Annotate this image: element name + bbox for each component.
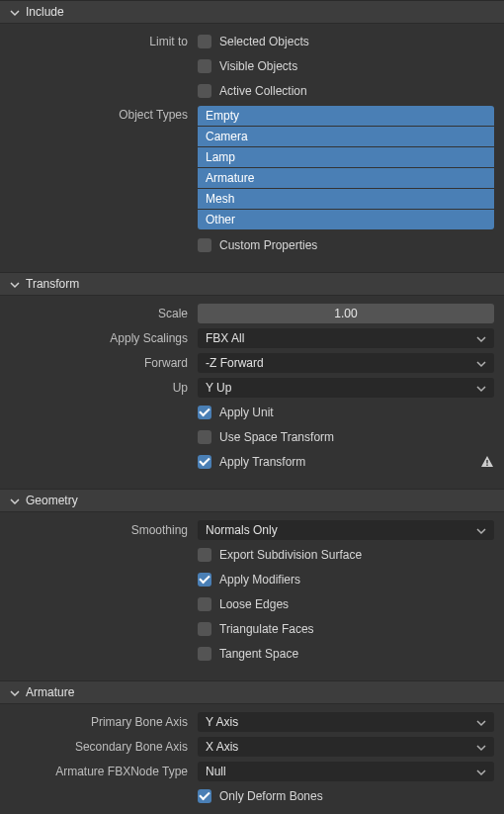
- chevron-down-icon: [476, 358, 486, 368]
- label-forward: Forward: [10, 356, 198, 370]
- chevron-down-icon: [476, 767, 486, 776]
- object-type-armature[interactable]: Armature: [198, 168, 494, 188]
- label-limit-to: Limit to: [10, 35, 198, 48]
- smoothing-dropdown[interactable]: Normals Only: [198, 520, 494, 540]
- up-value: Y Up: [206, 381, 231, 395]
- chevron-down-icon: [476, 525, 486, 535]
- object-type-empty[interactable]: Empty: [198, 106, 494, 126]
- section-title-include: Include: [26, 5, 64, 19]
- checkbox-export-subdiv[interactable]: [198, 548, 211, 562]
- primary-bone-axis-dropdown[interactable]: Y Axis: [198, 712, 494, 732]
- cb-label-apply-modifiers: Apply Modifiers: [219, 573, 300, 587]
- forward-dropdown[interactable]: -Z Forward: [198, 353, 494, 373]
- scale-field[interactable]: 1.00: [198, 304, 494, 323]
- label-smoothing: Smoothing: [10, 523, 198, 537]
- checkbox-visible-objects[interactable]: [198, 59, 211, 73]
- label-object-types: Object Types: [10, 106, 198, 122]
- smoothing-value: Normals Only: [206, 523, 278, 537]
- apply-scalings-dropdown[interactable]: FBX All: [198, 328, 494, 348]
- section-body-geometry: Smoothing Normals Only Export Subdivisio…: [0, 512, 504, 680]
- checkbox-selected-objects[interactable]: [198, 35, 211, 48]
- section-title-armature: Armature: [26, 685, 74, 699]
- primary-bone-axis-value: Y Axis: [206, 715, 238, 729]
- checkbox-apply-modifiers[interactable]: [198, 573, 211, 587]
- section-header-geometry[interactable]: Geometry: [0, 489, 504, 512]
- fbxnode-type-dropdown[interactable]: Null: [198, 762, 494, 781]
- section-title-geometry: Geometry: [26, 494, 78, 507]
- object-type-camera[interactable]: Camera: [198, 127, 494, 146]
- label-fbxnode-type: Armature FBXNode Type: [10, 765, 198, 778]
- cb-label-tangent-space: Tangent Space: [219, 647, 298, 661]
- svg-rect-1: [486, 465, 487, 466]
- checkbox-custom-properties[interactable]: [198, 238, 211, 252]
- chevron-down-icon: [10, 279, 20, 289]
- checkbox-apply-transform[interactable]: [198, 455, 211, 469]
- chevron-down-icon: [10, 496, 20, 505]
- label-up: Up: [10, 381, 198, 395]
- section-header-include[interactable]: Include: [0, 0, 504, 24]
- svg-rect-0: [486, 460, 487, 464]
- cb-label-only-deform-bones: Only Deform Bones: [219, 789, 323, 803]
- label-secondary-bone-axis: Secondary Bone Axis: [10, 740, 198, 754]
- forward-value: -Z Forward: [206, 356, 264, 370]
- object-type-other[interactable]: Other: [198, 210, 494, 229]
- label-primary-bone-axis: Primary Bone Axis: [10, 715, 198, 729]
- section-title-transform: Transform: [26, 277, 79, 291]
- cb-label-apply-unit: Apply Unit: [219, 406, 274, 419]
- section-header-armature[interactable]: Armature: [0, 680, 504, 704]
- label-scale: Scale: [10, 307, 198, 320]
- checkbox-loose-edges[interactable]: [198, 597, 211, 611]
- chevron-down-icon: [476, 717, 486, 727]
- checkbox-only-deform-bones[interactable]: [198, 789, 211, 803]
- checkbox-active-collection[interactable]: [198, 84, 211, 98]
- chevron-down-icon: [476, 333, 486, 343]
- cb-label-use-space-transform: Use Space Transform: [219, 430, 334, 444]
- chevron-down-icon: [10, 7, 20, 17]
- cb-label-apply-transform: Apply Transform: [219, 455, 305, 469]
- cb-label-export-subdiv: Export Subdivision Surface: [219, 548, 362, 562]
- secondary-bone-axis-dropdown[interactable]: X Axis: [198, 737, 494, 757]
- chevron-down-icon: [476, 383, 486, 393]
- warning-icon: [480, 455, 494, 469]
- cb-label-custom-properties: Custom Properties: [219, 238, 317, 252]
- fbxnode-type-value: Null: [206, 765, 226, 778]
- cb-label-triangulate-faces: Triangulate Faces: [219, 622, 314, 636]
- section-body-include: Limit to Selected Objects Visible Object…: [0, 24, 504, 272]
- chevron-down-icon: [10, 687, 20, 697]
- section-body-armature: Primary Bone Axis Y Axis Secondary Bone …: [0, 704, 504, 814]
- cb-label-loose-edges: Loose Edges: [219, 597, 289, 611]
- checkbox-use-space-transform[interactable]: [198, 430, 211, 444]
- cb-label-visible-objects: Visible Objects: [219, 59, 297, 73]
- secondary-bone-axis-value: X Axis: [206, 740, 238, 754]
- object-type-lamp[interactable]: Lamp: [198, 147, 494, 167]
- cb-label-active-collection: Active Collection: [219, 84, 307, 98]
- object-type-mesh[interactable]: Mesh: [198, 189, 494, 209]
- checkbox-apply-unit[interactable]: [198, 406, 211, 419]
- section-body-transform: Scale 1.00 Apply Scalings FBX All Forwar…: [0, 296, 504, 489]
- object-types-multiselect: Empty Camera Lamp Armature Mesh Other: [198, 106, 494, 229]
- label-apply-scalings: Apply Scalings: [10, 331, 198, 345]
- checkbox-triangulate-faces[interactable]: [198, 622, 211, 636]
- up-dropdown[interactable]: Y Up: [198, 378, 494, 398]
- checkbox-tangent-space[interactable]: [198, 647, 211, 661]
- cb-label-selected-objects: Selected Objects: [219, 35, 309, 48]
- chevron-down-icon: [476, 742, 486, 752]
- apply-scalings-value: FBX All: [206, 331, 244, 345]
- section-header-transform[interactable]: Transform: [0, 272, 504, 296]
